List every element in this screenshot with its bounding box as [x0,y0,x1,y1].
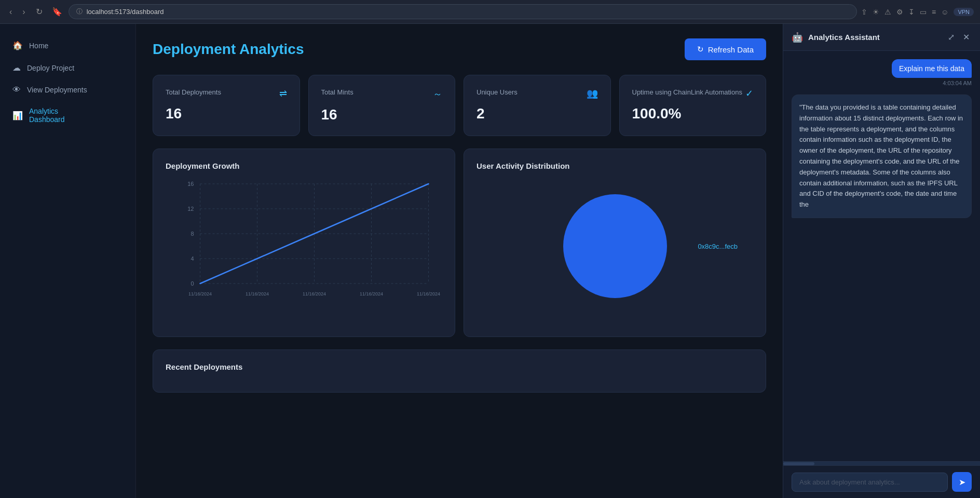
deployment-growth-title: Deployment Growth [166,161,442,170]
stat-card-header: Total Deployments ⇌ [166,88,287,99]
growth-chart-area: 16 12 8 4 0 11/16/2024 11/16/2024 11/16/… [166,179,442,324]
stat-label-total-deployments: Total Deployments [166,88,221,97]
svg-text:12: 12 [187,206,194,212]
mints-icon: ～ [433,88,442,100]
warning-icon: ⚠ [884,8,891,16]
pie-segment-label: 0x8c9c...fecb [698,243,738,250]
sidebar-label-home: Home [29,42,48,50]
user-activity-chart-card: User Activity Distribution 0x8c9c...fecb [464,149,766,337]
stat-value-uptime: 100.0% [632,105,754,122]
stats-grid: Total Deployments ⇌ 16 Total Mints ～ 16 … [153,75,766,136]
extensions-icon[interactable]: ⚙ [896,8,903,16]
bookmark-button[interactable]: 🔖 [50,5,64,19]
assistant-messages-area: Explain me this data 4:03:04 AM "The dat… [783,51,980,461]
user-message-bubble: Explain me this data [892,59,972,78]
sidebar-label-view-deployments: View Deployments [27,86,87,94]
pie-chart-area: 0x8c9c...fecb [477,179,753,314]
sidebar-item-analytics-dashboard[interactable]: 📊 AnalyticsDashboard [0,101,135,130]
refresh-button-label: Refresh Data [708,45,754,54]
home-icon: 🏠 [12,41,23,50]
svg-text:11/16/2024: 11/16/2024 [246,291,269,297]
ai-message-bubble: "The data you provided is a table contai… [792,95,972,218]
refresh-icon: ↻ [697,45,704,54]
growth-chart-svg: 16 12 8 4 0 11/16/2024 11/16/2024 11/16/… [166,179,442,303]
user-message-time: 4:03:04 AM [943,80,972,86]
deployment-growth-chart-card: Deployment Growth [153,149,455,337]
sidebar-item-view-deployments[interactable]: 👁 View Deployments [0,79,135,101]
expand-button[interactable]: ⤢ [946,31,957,43]
browser-right-icons: ⇪ ☀ ⚠ ⚙ ↧ ▭ ≡ ☺ VPN [861,8,974,16]
refresh-data-button[interactable]: ↻ Refresh Data [685,38,766,60]
lock-icon: ⓘ [76,7,83,16]
download-icon[interactable]: ↧ [908,8,915,16]
assistant-robot-icon: 🤖 [792,32,803,43]
url-text: localhost:5173/dashboard [87,8,164,16]
horizontal-scrollbar[interactable] [783,461,980,465]
back-button[interactable]: ‹ [6,5,15,19]
user-activity-title: User Activity Distribution [477,161,753,170]
page-title: Deployment Analytics [153,41,304,58]
assistant-header-buttons: ⤢ ✕ [946,31,972,43]
assistant-header: 🤖 Analytics Assistant ⤢ ✕ [783,24,980,51]
svg-text:11/16/2024: 11/16/2024 [303,291,326,297]
deployments-icon: ⇌ [279,88,287,99]
uptime-icon: ✓ [745,88,753,99]
app-container: 🏠 Home ☁ Deploy Project 👁 View Deploymen… [0,24,980,498]
sidebar-label-deploy-project: Deploy Project [27,64,74,72]
assistant-title-area: 🤖 Analytics Assistant [792,32,880,43]
stat-card-total-deployments: Total Deployments ⇌ 16 [153,75,300,136]
stat-card-header-users: Unique Users 👥 [477,88,598,99]
charts-row: Deployment Growth [153,149,766,337]
page-header: Deployment Analytics ↻ Refresh Data [153,38,766,60]
assistant-input-area: ➤ [783,465,980,498]
svg-text:16: 16 [187,181,194,187]
address-bar[interactable]: ⓘ localhost:5173/dashboard [69,4,857,19]
stat-card-unique-users: Unique Users 👥 2 [464,75,611,136]
send-button[interactable]: ➤ [952,472,972,492]
pie-chart-svg [553,184,677,308]
svg-text:11/16/2024: 11/16/2024 [417,291,440,297]
users-icon: 👥 [587,88,598,99]
recent-deployments-card: Recent Deployments [153,349,766,393]
browser-refresh-button[interactable]: ↻ [33,5,46,19]
browser-chrome: ‹ › ↻ 🔖 ⓘ localhost:5173/dashboard ⇪ ☀ ⚠… [0,0,980,24]
sidebar-item-home[interactable]: 🏠 Home [0,34,135,57]
main-content: Deployment Analytics ↻ Refresh Data Tota… [136,24,783,498]
profile-icon[interactable]: ☺ [941,8,948,16]
horizontal-scrollbar-thumb [783,462,814,465]
ai-message-wrapper: "The data you provided is a table contai… [792,95,972,218]
svg-text:11/16/2024: 11/16/2024 [360,291,383,297]
view-icon: 👁 [12,85,21,95]
shield-icon: ☀ [873,8,879,16]
svg-text:4: 4 [190,255,194,262]
user-message-wrapper: Explain me this data 4:03:04 AM [792,59,972,86]
stat-value-unique-users: 2 [477,105,598,122]
stat-label-uptime: Uptime using ChainLink Automations [632,88,742,97]
stat-card-header-mints: Total Mints ～ [321,88,443,100]
stat-label-unique-users: Unique Users [477,88,518,97]
stat-label-total-mints: Total Mints [321,88,353,97]
svg-text:0: 0 [190,280,194,287]
close-button[interactable]: ✕ [961,31,972,43]
share-icon[interactable]: ⇪ [861,8,867,16]
menu-icon[interactable]: ≡ [932,8,936,16]
analytics-assistant-panel: 🤖 Analytics Assistant ⤢ ✕ Explain me thi… [783,24,980,498]
sidebar: 🏠 Home ☁ Deploy Project 👁 View Deploymen… [0,24,136,498]
stat-card-uptime: Uptime using ChainLink Automations ✓ 100… [619,75,767,136]
sidebar-item-deploy-project[interactable]: ☁ Deploy Project [0,57,135,79]
stat-value-total-deployments: 16 [166,105,287,122]
layout-icon[interactable]: ▭ [920,8,927,16]
svg-text:8: 8 [190,231,194,237]
deploy-icon: ☁ [12,63,21,73]
assistant-title-text: Analytics Assistant [808,33,880,42]
stat-card-total-mints: Total Mints ～ 16 [308,75,456,136]
recent-deployments-title: Recent Deployments [166,362,753,371]
stat-card-header-uptime: Uptime using ChainLink Automations ✓ [632,88,754,99]
vpn-badge: VPN [954,8,974,16]
sidebar-label-analytics-dashboard: AnalyticsDashboard [29,107,65,124]
stat-value-total-mints: 16 [321,106,443,123]
analytics-icon: 📊 [12,111,23,120]
svg-text:11/16/2024: 11/16/2024 [188,291,212,297]
assistant-input-field[interactable] [792,473,948,492]
forward-button[interactable]: › [19,5,28,19]
